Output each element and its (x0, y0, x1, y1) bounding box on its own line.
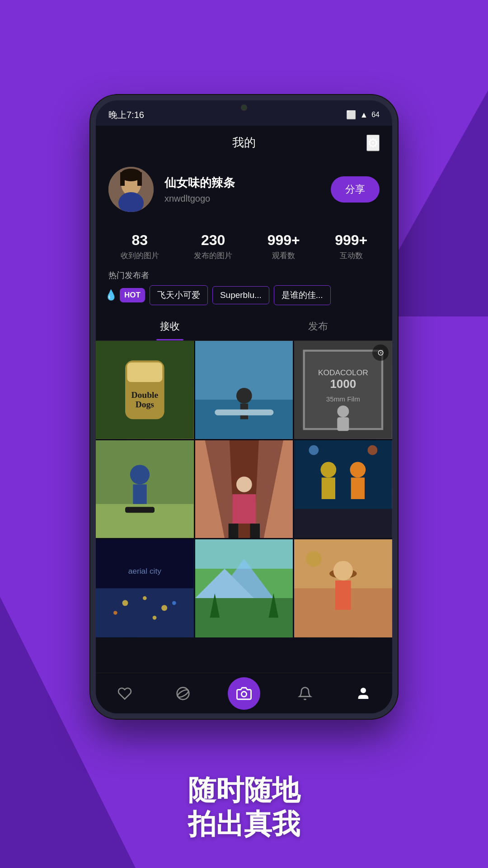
tab-receive[interactable]: 接收 (96, 312, 244, 340)
stat-views-label: 观看数 (267, 250, 300, 261)
hot-tag-0[interactable]: 飞天小可爱 (150, 285, 208, 305)
app-header: 我的 ⚙ (96, 126, 392, 160)
phone-notch (208, 100, 280, 115)
grid-item-film[interactable]: KODACOLOR 1000 35mm Film ⊙ (294, 341, 392, 439)
grid-item-forest[interactable] (195, 539, 293, 637)
svg-point-42 (368, 445, 378, 455)
settings-button[interactable]: ⚙ (366, 134, 380, 151)
share-button[interactable]: 分享 (331, 176, 380, 203)
svg-rect-44 (96, 589, 194, 637)
status-time: 晚上7:16 (108, 109, 144, 121)
image-grid: Double Dogs KODACOLOR (96, 341, 392, 637)
svg-point-64 (306, 551, 322, 567)
skate-image (96, 440, 194, 538)
stat-interactions-label: 互动数 (335, 250, 367, 261)
grid-item-beer[interactable]: Double Dogs (96, 341, 194, 439)
hallway-image (195, 440, 293, 538)
beer-image: Double Dogs (96, 341, 194, 439)
svg-text:KODACOLOR: KODACOLOR (318, 368, 368, 377)
phone-frame: 晚上7:16 ⬜ ▲ 64 我的 ⚙ (90, 95, 398, 719)
hot-drop-icon: 💧 (105, 289, 117, 301)
stat-received-number: 83 (121, 232, 159, 249)
hot-section-label: 热门发布者 (108, 270, 383, 281)
hot-tag-1[interactable]: Superblu... (212, 286, 269, 304)
grid-item-dance[interactable] (294, 440, 392, 538)
grid-item-surf[interactable] (195, 341, 293, 439)
svg-rect-33 (228, 524, 238, 538)
svg-point-41 (309, 445, 319, 455)
hot-badge: HOT (120, 288, 145, 302)
avatar-image (108, 167, 154, 212)
svg-rect-34 (250, 524, 260, 538)
stat-published-number: 230 (194, 232, 232, 249)
svg-point-62 (333, 561, 353, 580)
stat-interactions: 999+ 互动数 (335, 232, 367, 261)
profile-top: 仙女味的辣条 xnwdltgogo 分享 (108, 167, 380, 212)
svg-rect-8 (127, 363, 162, 382)
user-icon (356, 686, 371, 701)
grid-item-city[interactable]: aerial city (96, 539, 194, 637)
battery-icon: 64 (371, 111, 380, 119)
hot-tag-2[interactable]: 是谁的佳... (274, 285, 331, 305)
svg-point-37 (321, 462, 337, 477)
tabs-row: 接收 发布 (96, 312, 392, 341)
tagline-line1: 随时随地 (188, 774, 300, 807)
svg-rect-38 (322, 477, 335, 499)
svg-rect-3 (120, 172, 125, 186)
stat-received: 83 收到的图片 (121, 232, 159, 261)
grid-item-beach[interactable] (294, 539, 392, 637)
svg-rect-26 (133, 484, 146, 504)
svg-point-68 (361, 688, 366, 693)
nav-camera[interactable] (228, 677, 260, 710)
hot-section: 热门发布者 💧 HOT 飞天小可爱 Superblu... 是谁的佳... (96, 270, 392, 312)
svg-rect-53 (195, 598, 293, 637)
beach-image (294, 539, 392, 637)
svg-point-48 (113, 611, 117, 615)
profile-name: 仙女味的辣条 (164, 175, 320, 191)
svg-rect-4 (137, 172, 142, 186)
city-image: aerial city (96, 539, 194, 637)
nav-heart[interactable] (111, 680, 138, 707)
stat-published: 230 发布的图片 (194, 232, 232, 261)
grid-item-hallway[interactable] (195, 440, 293, 538)
svg-rect-40 (351, 477, 365, 499)
stats-row: 83 收到的图片 230 发布的图片 999+ 观看数 999+ 互动数 (96, 221, 392, 270)
front-camera (241, 104, 247, 111)
tagline-line2: 拍出真我 (188, 807, 300, 841)
signal-icon: ⬜ (346, 110, 356, 120)
stat-views: 999+ 观看数 (267, 232, 300, 261)
status-icons: ⬜ ▲ 64 (346, 110, 380, 120)
avatar (108, 167, 154, 212)
surf-image (195, 341, 293, 439)
stat-views-number: 999+ (267, 232, 300, 249)
svg-rect-36 (294, 509, 392, 538)
nav-notifications[interactable] (291, 680, 319, 707)
heart-icon (117, 686, 132, 701)
svg-rect-15 (215, 410, 273, 415)
svg-point-21 (338, 406, 349, 417)
svg-point-25 (130, 465, 150, 484)
svg-rect-32 (232, 494, 256, 524)
tab-publish[interactable]: 发布 (244, 312, 392, 340)
svg-text:35mm Film: 35mm Film (326, 395, 360, 403)
wifi-icon: ▲ (360, 110, 368, 120)
nav-discover[interactable] (169, 680, 197, 707)
stat-interactions-number: 999+ (335, 232, 367, 249)
svg-point-49 (153, 616, 157, 620)
dance-image (294, 440, 392, 538)
profile-section: 仙女味的辣条 xnwdltgogo 分享 (96, 160, 392, 221)
hot-tags-row: 💧 HOT 飞天小可爱 Superblu... 是谁的佳... (105, 285, 383, 305)
svg-point-47 (161, 605, 167, 611)
svg-text:1000: 1000 (330, 377, 357, 391)
stat-received-label: 收到的图片 (121, 250, 159, 261)
bell-icon (298, 686, 312, 701)
avatar-svg (108, 167, 154, 212)
grid-item-skate[interactable] (96, 440, 194, 538)
profile-info: 仙女味的辣条 xnwdltgogo (164, 175, 320, 204)
svg-rect-63 (335, 580, 351, 610)
nav-profile[interactable] (350, 680, 377, 707)
film-overlay-icon: ⊙ (372, 344, 389, 361)
profile-handle: xnwdltgogo (164, 193, 320, 204)
svg-point-13 (236, 388, 252, 404)
svg-point-67 (241, 691, 246, 696)
